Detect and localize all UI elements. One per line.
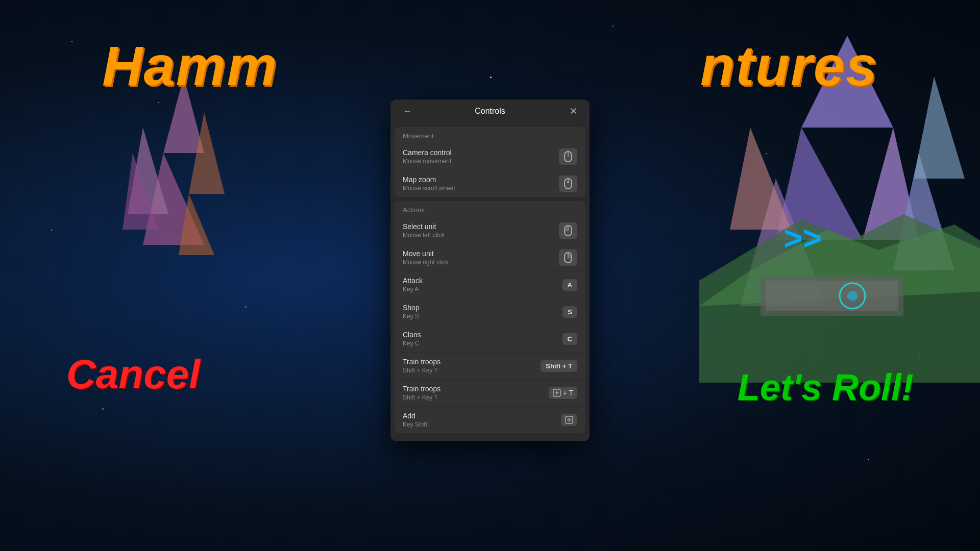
add-name: Add bbox=[403, 412, 427, 420]
back-button[interactable]: ← bbox=[399, 104, 416, 119]
train-troops-info-2: Train troops Shift + Key T bbox=[403, 385, 440, 401]
svg-rect-29 bbox=[568, 253, 572, 259]
move-unit-name: Move unit bbox=[403, 249, 448, 258]
select-unit-name: Select unit bbox=[403, 222, 445, 231]
train-troops-name-1: Train troops bbox=[403, 358, 440, 366]
train-troops-desc-1: Shift + Key T bbox=[403, 367, 440, 374]
clans-info: Clans Key C bbox=[403, 331, 421, 347]
camera-control-info: Camera control Mouse movement bbox=[403, 148, 452, 165]
move-unit-mouse-icon bbox=[559, 249, 577, 266]
add-key bbox=[561, 414, 577, 426]
add-key-icon bbox=[561, 414, 577, 426]
train-troops-icon-badge: + T bbox=[549, 387, 577, 399]
modal-title: Controls bbox=[475, 107, 505, 116]
attack-row: Attack Key A A bbox=[395, 271, 585, 298]
camera-control-key bbox=[559, 148, 577, 165]
map-zoom-desc: Mouse scroll wheel bbox=[403, 185, 455, 192]
camera-mouse-icon bbox=[559, 148, 577, 165]
controls-modal: ← Controls ✕ Movement Camera control Mou… bbox=[390, 99, 590, 441]
attack-key-badge: A bbox=[562, 279, 577, 291]
move-unit-key bbox=[559, 249, 577, 266]
add-desc: Key Shift bbox=[403, 421, 427, 428]
clans-row: Clans Key C C bbox=[395, 325, 585, 352]
map-zoom-row: Map zoom Mouse scroll wheel bbox=[395, 170, 585, 197]
actions-section: Actions Select unit Mouse left click bbox=[395, 201, 585, 433]
select-unit-key bbox=[559, 222, 577, 239]
train-troops-t-label: + T bbox=[563, 389, 573, 397]
select-unit-mouse-icon bbox=[559, 222, 577, 239]
attack-desc: Key A bbox=[403, 286, 423, 293]
shop-key-badge: S bbox=[562, 306, 577, 318]
train-troops-key-1: Shift + T bbox=[541, 360, 577, 372]
train-troops-shift-t-badge: Shift + T bbox=[541, 360, 577, 372]
shop-row: Shop Key S S bbox=[395, 298, 585, 325]
attack-info: Attack Key A bbox=[403, 277, 423, 293]
modal-body: Movement Camera control Mouse movement bbox=[390, 123, 590, 441]
attack-key: A bbox=[562, 279, 577, 291]
svg-rect-26 bbox=[565, 226, 568, 232]
clans-key: C bbox=[562, 333, 577, 345]
shop-key: S bbox=[562, 306, 577, 318]
train-troops-key-2: + T bbox=[549, 387, 577, 399]
modal-header: ← Controls ✕ bbox=[390, 99, 590, 123]
clans-name: Clans bbox=[403, 331, 421, 339]
move-unit-info: Move unit Mouse right click bbox=[403, 249, 448, 266]
camera-control-name: Camera control bbox=[403, 148, 452, 157]
movement-section-header: Movement bbox=[395, 127, 585, 143]
camera-control-desc: Mouse movement bbox=[403, 158, 452, 165]
select-unit-desc: Mouse left click bbox=[403, 232, 445, 239]
shop-info: Shop Key S bbox=[403, 304, 420, 320]
svg-point-23 bbox=[567, 181, 569, 183]
map-zoom-name: Map zoom bbox=[403, 176, 455, 184]
map-zoom-info: Map zoom Mouse scroll wheel bbox=[403, 176, 455, 192]
train-troops-row-1: Train troops Shift + Key T Shift + T bbox=[395, 352, 585, 379]
movement-section: Movement Camera control Mouse movement bbox=[395, 127, 585, 197]
close-button[interactable]: ✕ bbox=[566, 105, 581, 118]
add-info: Add Key Shift bbox=[403, 412, 427, 428]
camera-control-row: Camera control Mouse movement bbox=[395, 143, 585, 170]
add-row: Add Key Shift bbox=[395, 406, 585, 433]
clans-desc: Key C bbox=[403, 340, 421, 347]
train-troops-desc-2: Shift + Key T bbox=[403, 394, 440, 401]
train-troops-name-2: Train troops bbox=[403, 385, 440, 393]
map-zoom-mouse-icon bbox=[559, 176, 577, 192]
modal-overlay: ← Controls ✕ Movement Camera control Mou… bbox=[0, 0, 980, 551]
actions-section-header: Actions bbox=[395, 201, 585, 217]
map-zoom-key bbox=[559, 176, 577, 192]
shop-desc: Key S bbox=[403, 313, 420, 320]
attack-name: Attack bbox=[403, 277, 423, 285]
select-unit-row: Select unit Mouse left click bbox=[395, 217, 585, 244]
train-troops-row-2: Train troops Shift + Key T + T bbox=[395, 379, 585, 406]
move-unit-desc: Mouse right click bbox=[403, 259, 448, 266]
clans-key-badge: C bbox=[562, 333, 577, 345]
train-troops-info-1: Train troops Shift + Key T bbox=[403, 358, 440, 374]
move-unit-row: Move unit Mouse right click bbox=[395, 244, 585, 271]
shop-name: Shop bbox=[403, 304, 420, 312]
select-unit-info: Select unit Mouse left click bbox=[403, 222, 445, 239]
